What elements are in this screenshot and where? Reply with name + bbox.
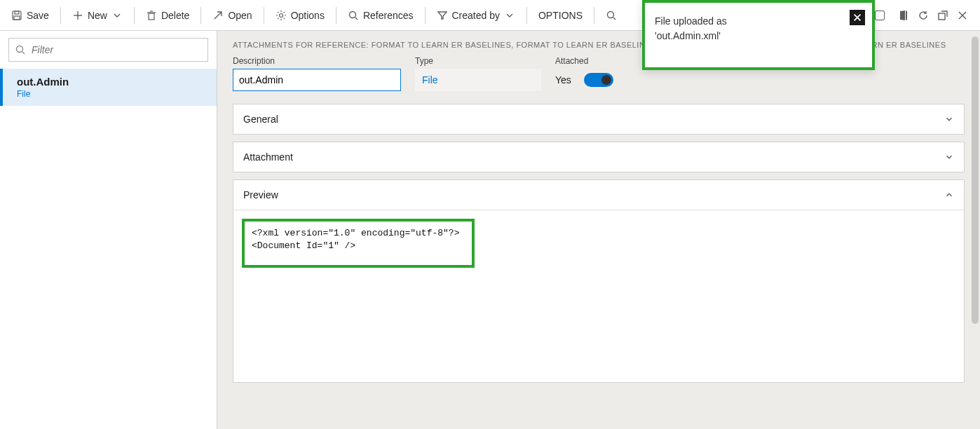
upload-toast: File uploaded as 'out.Admin.xml' (642, 0, 875, 70)
section-preview: Preview <?xml version="1.0" encoding="ut… (233, 179, 965, 383)
description-label: Description (233, 56, 401, 66)
toast-line1: File uploaded as (655, 14, 862, 29)
save-icon (11, 10, 22, 21)
separator (594, 7, 594, 24)
description-field: Description (233, 56, 401, 91)
svg-point-9 (279, 13, 283, 17)
separator (425, 7, 426, 24)
attached-toggle[interactable] (584, 73, 613, 87)
checkbox-icon[interactable] (875, 11, 885, 20)
search-icon (15, 44, 26, 55)
content-inner: ATTACHMENTS FOR REFERENCE: FORMAT TO LEA… (217, 31, 980, 400)
description-input[interactable] (233, 69, 401, 91)
gear-icon (275, 10, 287, 21)
filter-box[interactable] (8, 38, 208, 62)
separator (264, 7, 264, 24)
separator (526, 7, 527, 24)
preview-highlight: <?xml version="1.0" encoding="utf-8"?> <… (242, 219, 475, 268)
sidebar-list: out.Admin File (0, 69, 217, 429)
section-attachment: Attachment (233, 142, 965, 172)
office-icon[interactable] (897, 9, 910, 22)
svg-rect-15 (939, 13, 945, 20)
delete-label: Delete (161, 10, 189, 21)
open-button[interactable]: Open (205, 4, 259, 27)
search-button[interactable] (599, 4, 624, 27)
svg-rect-2 (14, 16, 20, 20)
section-general: General (233, 104, 965, 135)
svg-line-8 (215, 12, 222, 19)
filter-input[interactable] (30, 43, 202, 56)
options-caps-button[interactable]: OPTIONS (531, 4, 590, 27)
separator (134, 7, 135, 24)
sidebar: out.Admin File (0, 31, 217, 429)
separator (60, 7, 61, 24)
svg-line-19 (22, 52, 25, 54)
sidebar-item-title: out.Admin (17, 76, 203, 88)
filter-wrap (0, 31, 217, 69)
chevron-up-icon (944, 190, 954, 200)
createdby-label: Created by (452, 10, 500, 21)
createdby-button[interactable]: Created by (430, 4, 522, 27)
attached-field: Attached Yes (555, 56, 613, 91)
preview-line2: <Document Id="1" /> (252, 240, 355, 251)
svg-point-18 (17, 46, 23, 53)
chevron-down-icon (944, 114, 954, 124)
svg-point-10 (349, 11, 355, 18)
options-label: Options (291, 10, 325, 21)
section-attachment-head[interactable]: Attachment (233, 142, 964, 172)
svg-marker-12 (438, 12, 447, 19)
new-label: New (88, 10, 107, 21)
svg-line-14 (613, 18, 615, 20)
refresh-icon[interactable] (917, 9, 930, 22)
save-label: Save (27, 10, 49, 21)
section-general-head[interactable]: General (233, 104, 964, 134)
svg-rect-5 (149, 13, 154, 20)
type-label: Type (415, 56, 541, 66)
preview-line1: <?xml version="1.0" encoding="utf-8"?> (252, 228, 459, 238)
scrollbar[interactable] (972, 36, 979, 324)
references-label: References (363, 10, 414, 21)
attached-row: Yes (555, 69, 613, 91)
sidebar-item-out-admin[interactable]: out.Admin File (0, 69, 217, 106)
delete-button[interactable]: Delete (139, 4, 196, 27)
popout-icon[interactable] (937, 9, 949, 22)
close-icon[interactable] (956, 9, 969, 22)
chevron-down-icon (111, 10, 123, 21)
plus-icon (72, 10, 83, 21)
type-value-text: File (422, 74, 438, 86)
section-general-title: General (243, 114, 278, 125)
preview-body: <?xml version="1.0" encoding="utf-8"?> <… (233, 210, 964, 276)
section-preview-head[interactable]: Preview (233, 180, 964, 210)
open-label: Open (228, 10, 252, 21)
new-button[interactable]: New (65, 4, 130, 27)
separator (336, 7, 336, 24)
chevron-down-icon (504, 10, 515, 21)
open-icon (212, 10, 224, 21)
options-button[interactable]: Options (268, 4, 332, 27)
section-preview-title: Preview (243, 189, 278, 200)
type-value[interactable]: File (415, 69, 541, 91)
search-icon (348, 10, 359, 21)
attached-label: Attached (555, 56, 613, 66)
options-caps-label: OPTIONS (538, 10, 583, 21)
search-icon (606, 10, 617, 21)
filter-icon (437, 10, 448, 21)
references-button[interactable]: References (341, 4, 421, 27)
sidebar-item-sub: File (17, 89, 203, 99)
save-button[interactable]: Save (4, 4, 56, 27)
toast-line2: 'out.Admin.xml' (655, 29, 862, 43)
toast-close-button[interactable] (850, 10, 865, 25)
attached-value: Yes (555, 74, 571, 86)
main: out.Admin File ATTACHMENTS FOR REFERENCE… (0, 31, 980, 429)
svg-rect-1 (15, 11, 19, 14)
svg-line-11 (355, 18, 358, 20)
section-attachment-title: Attachment (243, 151, 293, 163)
trash-icon (146, 10, 157, 21)
window-controls (875, 9, 976, 22)
type-field: Type File (415, 56, 541, 91)
separator (200, 7, 201, 24)
content: ATTACHMENTS FOR REFERENCE: FORMAT TO LEA… (217, 31, 980, 429)
svg-point-13 (608, 11, 614, 18)
chevron-down-icon (944, 152, 954, 162)
